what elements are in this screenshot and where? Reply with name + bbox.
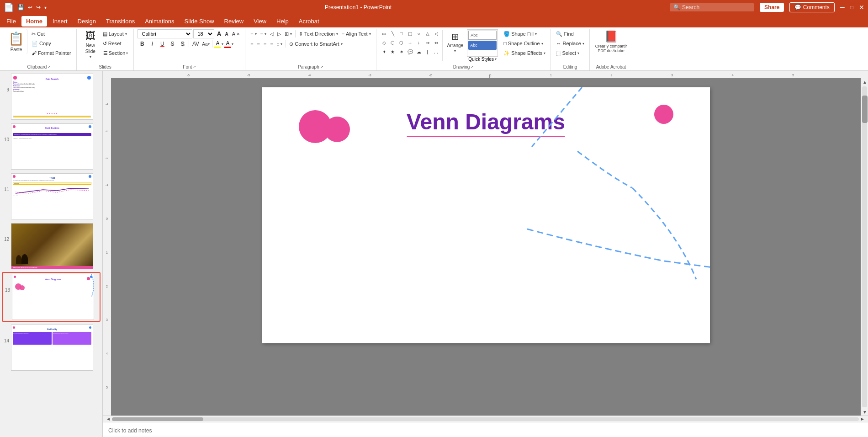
scroll-up-arrow[interactable]: ▲ xyxy=(861,78,868,85)
paste-button[interactable]: 📋 Paste xyxy=(5,29,27,54)
columns-button[interactable]: ⊞▾ xyxy=(283,29,293,38)
arrange-dropdown-icon[interactable]: ▾ xyxy=(454,49,456,53)
italic-button[interactable]: I xyxy=(148,39,157,48)
quick-styles-label[interactable]: Quick Styles ▾ xyxy=(468,57,497,62)
shape-effects-button[interactable]: ✨ Shape Effects ▾ xyxy=(502,48,547,58)
shape-rect[interactable]: □ xyxy=(397,29,406,37)
menu-review[interactable]: Review xyxy=(220,16,249,27)
minimize-button[interactable]: ─ xyxy=(840,4,845,11)
slide-item-11[interactable]: 11 Trust To modify this graph, either cl… xyxy=(2,172,101,220)
menu-design[interactable]: Design xyxy=(73,16,101,27)
share-button[interactable]: Share xyxy=(760,3,784,12)
new-slide-button[interactable]: 🖼 New Slide ▾ xyxy=(80,29,101,60)
line-spacing-button[interactable]: ↕▾ xyxy=(275,39,284,48)
shadow-button[interactable]: S xyxy=(178,39,187,48)
slide-canvas-container[interactable]: Venn Diagrams xyxy=(111,78,861,416)
section-button[interactable]: ☰ Section ▾ xyxy=(101,48,130,58)
align-text-button[interactable]: ≡ Align Text ▾ xyxy=(340,29,372,38)
shape-star4[interactable]: ✦ xyxy=(380,48,388,56)
search-area[interactable]: 🔍 xyxy=(670,3,754,11)
menu-insert[interactable]: Insert xyxy=(48,16,72,27)
shape-star6[interactable]: ✶ xyxy=(397,48,406,56)
menu-slideshow[interactable]: Slide Show xyxy=(180,16,218,27)
inc-indent-button[interactable]: ▷ xyxy=(276,29,282,38)
shape-trap[interactable]: ⬡ xyxy=(389,38,397,47)
notes-placeholder[interactable]: Click to add notes xyxy=(108,427,152,434)
font-color-btn[interactable]: A xyxy=(224,40,231,48)
shape-arrow-r[interactable]: → xyxy=(406,38,414,47)
font-label[interactable]: Font ↗ xyxy=(138,64,241,70)
shape-arrow-b[interactable]: ⇔ xyxy=(432,38,440,47)
quick-styles-dropdown[interactable]: ▾ xyxy=(495,57,497,61)
shape-rtriangle[interactable]: ◁ xyxy=(432,29,440,37)
numbered-list-button[interactable]: ≡▾ xyxy=(259,29,268,38)
shape-star5[interactable]: ★ xyxy=(389,48,397,56)
shape-circle[interactable]: ○ xyxy=(415,29,423,37)
shape-hex[interactable]: ⬡ xyxy=(397,38,406,47)
clipboard-label[interactable]: Clipboard ↗ xyxy=(5,64,73,70)
drawing-expand-icon[interactable]: ↗ xyxy=(471,65,474,69)
quick-access-undo[interactable]: ↩ xyxy=(28,4,32,11)
menu-home[interactable]: Home xyxy=(21,16,47,27)
slide-item-9[interactable]: 9 Paid Search Status Text content here f… xyxy=(2,73,101,121)
char-spacing-button[interactable]: AV xyxy=(191,39,200,48)
adobe-create-button[interactable]: 📕 Crear y compartir PDF de Adobe xyxy=(593,29,629,54)
shape-cloud[interactable]: ☁ xyxy=(415,48,423,56)
section-dropdown-icon[interactable]: ▾ xyxy=(126,51,128,55)
paragraph-label[interactable]: Paragraph ↗ xyxy=(249,64,372,70)
shape-line[interactable]: ╲ xyxy=(389,29,397,37)
shape-arrow-5[interactable]: ⇒ xyxy=(423,38,432,47)
slide-item-10[interactable]: 10 Rank Factors Trust - Text is the prin… xyxy=(2,123,101,171)
shape-textbox[interactable]: ▭ xyxy=(380,29,388,37)
dec-indent-button[interactable]: ◁ xyxy=(269,29,275,38)
font-grow-button[interactable]: A xyxy=(215,29,222,38)
paragraph-expand-icon[interactable]: ↗ xyxy=(320,65,323,69)
shape-more[interactable]: … xyxy=(432,48,440,56)
quick-access-save[interactable]: 💾 xyxy=(17,4,24,11)
smartart-button[interactable]: ⊙ Convert to SmartArt ▾ xyxy=(288,39,344,48)
comments-button[interactable]: 💬 Comments xyxy=(789,2,834,12)
highlight-dropdown-icon[interactable]: ▾ xyxy=(222,42,223,46)
clipboard-expand-icon[interactable]: ↗ xyxy=(48,65,51,69)
menu-animations[interactable]: Animations xyxy=(140,16,179,27)
shape-speech[interactable]: 💬 xyxy=(406,48,414,56)
font-expand-icon[interactable]: ↗ xyxy=(193,65,196,69)
menu-help[interactable]: Help xyxy=(272,16,293,27)
right-scrollbar[interactable]: ▲ ▼ xyxy=(861,78,868,416)
underline-button[interactable]: U xyxy=(158,39,167,48)
text-direction-button[interactable]: ⇕ Text Direction ▾ xyxy=(297,29,339,38)
font-name-select[interactable]: Calibri xyxy=(138,29,192,38)
reset-button[interactable]: ↺ Reset xyxy=(101,39,130,48)
highlight-color-btn[interactable]: A xyxy=(214,40,221,48)
select-button[interactable]: ⬚ Select ▾ xyxy=(555,48,585,58)
replace-button[interactable]: ↔ Replace ▾ xyxy=(555,39,585,48)
font-size-select[interactable]: 18 xyxy=(193,29,214,38)
format-painter-button[interactable]: 🖌 Format Painter xyxy=(30,48,73,58)
case-button[interactable]: Aa▾ xyxy=(201,39,210,48)
menu-view[interactable]: View xyxy=(249,16,271,27)
quick-access-redo[interactable]: ↪ xyxy=(36,4,41,11)
scroll-thumb-h[interactable] xyxy=(112,417,203,421)
bullet-list-button[interactable]: ≡▾ xyxy=(249,29,258,38)
quick-styles-box[interactable]: Abc Abc xyxy=(467,29,498,57)
copy-button[interactable]: 📄 Copy xyxy=(30,39,73,48)
quick-access-more[interactable]: ▾ xyxy=(44,5,47,10)
layout-button[interactable]: ▤ Layout ▾ xyxy=(101,29,130,38)
shape-rounded[interactable]: ▢ xyxy=(406,29,414,37)
search-input[interactable] xyxy=(682,4,751,11)
shape-arrow-d[interactable]: ↓ xyxy=(415,38,423,47)
shape-fill-button[interactable]: 🪣 Shape Fill ▾ xyxy=(502,29,547,38)
slide-item-12[interactable]: 12 A Picture Is Worth a Thousand Words xyxy=(2,222,101,270)
scroll-thumb-right[interactable] xyxy=(862,96,868,123)
find-button[interactable]: 🔍 Find xyxy=(555,29,585,38)
close-button[interactable]: ✕ xyxy=(859,4,864,11)
justify-button[interactable]: ≡ xyxy=(269,39,274,48)
menu-file[interactable]: File xyxy=(2,16,21,27)
arrange-button[interactable]: ⊞ Arrange ▾ xyxy=(445,29,466,55)
shape-para[interactable]: ◇ xyxy=(380,38,388,47)
notes-area[interactable]: Click to add notes xyxy=(103,422,868,437)
slide-item-14[interactable]: 14 Authority Page Authority Text is the … xyxy=(2,324,101,372)
horizontal-scrollbar[interactable]: ◄ ► xyxy=(103,416,868,422)
maximize-button[interactable]: □ xyxy=(850,4,853,11)
menu-acrobat[interactable]: Acrobat xyxy=(294,16,324,27)
